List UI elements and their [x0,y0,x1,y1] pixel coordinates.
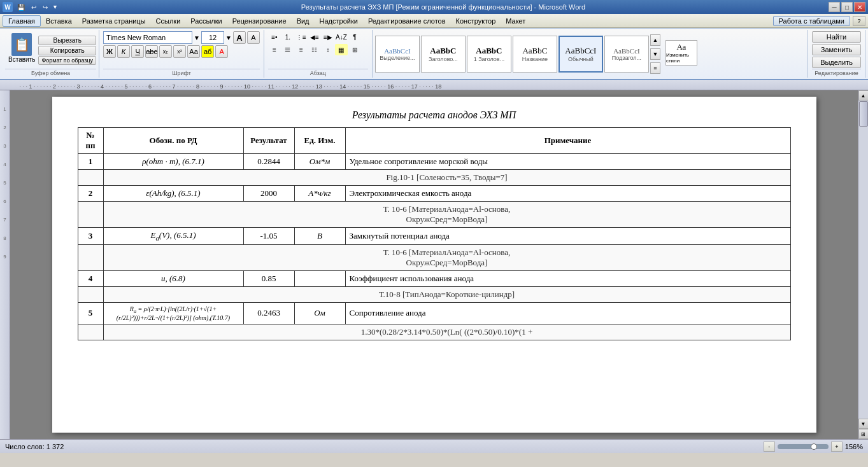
font-color-button[interactable]: А [215,45,228,58]
menu-item-constructor[interactable]: Конструктор [451,16,501,26]
bold-button[interactable]: Ж [103,45,116,58]
style-box-heading[interactable]: AaBbC Заголово... [421,36,466,73]
table-row-note3: Т. 10-6 [МатериалАнода=Al-основа,ОкружСр… [78,244,790,270]
para-row2: ≡ ☰ ≡ ☷ ↕ ▦ ⊞ [268,44,368,55]
results-table: №пп Обозн. по РД Результат Ед. Изм. Прим… [78,127,791,340]
highlight-button[interactable]: аб [201,45,214,58]
scroll-down-button[interactable]: ▼ [858,419,869,429]
copy-button[interactable]: Копировать [38,46,96,55]
menu-item-review[interactable]: Рецензирование [227,16,292,26]
scroll-thumb[interactable] [859,101,868,127]
increase-font-button[interactable]: A [233,31,246,44]
style-box-subtitle[interactable]: AaBbCcI Подзагол... [604,36,649,73]
decrease-font-button[interactable]: A [247,31,260,44]
menu-item-insert[interactable]: Вставка [41,16,77,26]
menu-item-references[interactable]: Ссылки [151,16,186,26]
menu-item-addins[interactable]: Надстройки [315,16,363,26]
cell-formula-3: Ea(V), (6.5.1) [103,228,243,245]
table-row: 1 ρ(ohm · m), (6.7.1) 0.2844 Ом*м Удельн… [78,154,790,170]
align-justify-button[interactable]: ☷ [308,44,321,55]
close-button[interactable]: ✕ [854,2,865,12]
cell-formula-2: ε(Ah/kg), (6.5.1) [103,186,243,202]
paragraph-group-label: Абзац [268,69,368,76]
menu-item-editslots[interactable]: Редактирование слотов [363,16,451,26]
title-bar-left: W 💾 ↩ ↪ ▼ [3,2,58,12]
dropdown-arrow[interactable]: ▼ [52,4,58,10]
redo-icon[interactable]: ↪ [41,3,50,11]
save-icon[interactable]: 💾 [15,3,27,11]
cell-unit-4 [294,270,345,286]
undo-icon[interactable]: ↩ [29,3,38,11]
menu-item-mailings[interactable]: Рассылки [185,16,227,26]
bullets-button[interactable]: ≡• [268,31,281,43]
word-count-label: Число слов: 1 372 [5,443,64,450]
scroll-track[interactable] [858,101,869,419]
styles-more[interactable]: ≡ [650,62,660,74]
table-row: 3 Ea(V), (6.5.1) -1.05 В Замкнутый потен… [78,228,790,245]
font-name-input[interactable] [103,31,192,44]
superscript-button[interactable]: x² [173,45,186,58]
change-styles-button[interactable]: Аа Изменить стили [665,40,697,66]
maximize-button[interactable]: □ [841,2,853,12]
cell-num-5: 5 [78,302,103,324]
menu-item-pagelayout[interactable]: Разметка страницы [77,16,151,26]
borders-button[interactable]: ⊞ [348,44,361,55]
numbering-button[interactable]: 1. [281,31,294,43]
note-num-empty-1 [78,170,103,186]
table-row: 5 Ra = ρ/(2·π·L)·[ln((2L/r)·(1+√(1+(r/2L… [78,302,790,324]
minimize-button[interactable]: ─ [829,2,840,12]
line-spacing-button[interactable]: ↕ [322,44,334,55]
cell-note-4: Коэффициент использования анода [345,270,790,286]
style-box-name[interactable]: AaBbC Название [513,36,557,73]
ribbon-help-icon[interactable]: ? [853,16,865,26]
menu-item-layout[interactable]: Макет [501,16,530,26]
note-content-5: 1.30*(0.28/2*3.14*0.50)*(Ln( ((2*0.50)/0… [103,324,790,340]
header-result: Результат [243,128,294,154]
align-left-button[interactable]: ≡ [268,44,281,55]
menu-item-view[interactable]: Вид [292,16,315,26]
table-row: 2 ε(Ah/kg), (6.5.1) 2000 А*ч/кг Электрох… [78,186,790,202]
styles-scroll-up[interactable]: ▲ [650,34,660,46]
cell-note-2: Электрохимическая емкость анода [345,186,790,202]
zoom-out-button[interactable]: - [764,442,775,452]
format-painter-button[interactable]: Формат по образцу [38,56,96,65]
decrease-indent-button[interactable]: ◀≡ [308,31,321,43]
paste-button[interactable]: 📋 Вставить [5,31,38,69]
style-box-selection[interactable]: AaBbCcI Выделение... [375,36,420,73]
text-effects-button[interactable]: Аа [187,45,200,58]
strikethrough-button[interactable]: abc [145,45,158,58]
zoom-in-button[interactable]: + [831,442,843,452]
note-content-3: Т. 10-6 [МатериалАнода=Al-основа,ОкружСр… [103,244,790,270]
replace-button[interactable]: Заменить [812,44,861,55]
align-center-button[interactable]: ☰ [281,44,294,55]
font-size-input[interactable] [201,31,224,44]
table-row-note1: Fig.10-1 [Соленость=35, Тводы=7] [78,170,790,186]
split-button[interactable]: ⊞ [858,429,869,439]
underline-button[interactable]: Ч [131,45,144,58]
shading-button[interactable]: ▦ [335,44,348,55]
cut-button[interactable]: Вырезать [38,36,96,45]
font-size-dropdown-icon[interactable]: ▼ [225,34,232,41]
table-row-note4: Т.10-8 [ТипАнода=Короткие-цилиндр] [78,286,790,302]
show-marks-button[interactable]: ¶ [348,31,361,43]
align-right-button[interactable]: ≡ [295,44,308,55]
scroll-up-button[interactable]: ▲ [858,90,869,101]
style-box-normal[interactable]: AaBbCcI Обычный [559,36,603,73]
zoom-thumb[interactable] [811,443,817,450]
subscript-button[interactable]: x₂ [159,45,172,58]
font-name-dropdown-icon[interactable]: ▼ [194,34,200,41]
italic-button[interactable]: К [117,45,130,58]
multilevel-button[interactable]: ⋮≡ [295,31,308,43]
styles-arrows: ▲ ▼ ≡ [650,34,660,74]
status-left: Число слов: 1 372 [5,443,71,450]
select-button[interactable]: Выделить [812,57,861,68]
table-row-note2: Т. 10-6 [МатериалАнода=Al-основа,ОкружСр… [78,202,790,228]
menu-item-home[interactable]: Главная [3,15,41,27]
sort-button[interactable]: A↓Z [335,31,348,43]
zoom-slider[interactable] [778,444,829,449]
increase-indent-button[interactable]: ≡▶ [322,31,334,43]
ribbon-content: 📋 Вставить Вырезать Копировать Формат по… [0,28,868,79]
styles-scroll-down[interactable]: ▼ [650,48,660,60]
find-button[interactable]: Найти [812,31,861,43]
style-box-heading1[interactable]: AaBbC 1 Заголов... [467,36,511,73]
